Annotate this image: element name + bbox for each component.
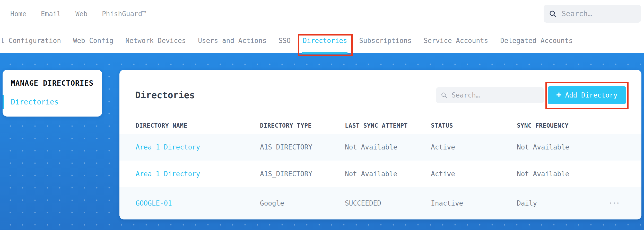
sync-frequency-cell: Daily bbox=[517, 199, 604, 207]
tab-email-configuration[interactable]: l Configuration bbox=[1, 28, 61, 53]
directory-name-link[interactable]: GOOGLE-01 bbox=[136, 199, 260, 207]
col-header-last-sync: LAST SYNC ATTEMPT bbox=[345, 122, 431, 129]
manage-directories-card: MANAGE DIRECTORIES Directories bbox=[3, 70, 102, 117]
active-item-indicator bbox=[3, 95, 4, 109]
last-sync-cell: SUCCEEDED bbox=[345, 199, 431, 207]
tab-network-devices[interactable]: Network Devices bbox=[125, 28, 186, 53]
last-sync-cell: Not Available bbox=[345, 143, 431, 151]
sidebar-item-label: Directories bbox=[11, 98, 58, 106]
workspace-background: MANAGE DIRECTORIES Directories Directori… bbox=[0, 53, 644, 230]
tab-delegated-accounts[interactable]: Delegated Accounts bbox=[500, 28, 573, 53]
col-header-status: STATUS bbox=[431, 122, 517, 129]
active-tab-underline bbox=[302, 52, 347, 54]
col-header-directory-type: DIRECTORY TYPE bbox=[260, 122, 345, 129]
panel-header-actions: + Add Directory bbox=[436, 86, 626, 104]
table-header-row: DIRECTORY NAME DIRECTORY TYPE LAST SYNC … bbox=[119, 117, 641, 134]
directory-type-cell: Google bbox=[260, 199, 345, 207]
nav-item-phishguard[interactable]: PhishGuard™ bbox=[102, 10, 146, 18]
directories-search-box[interactable] bbox=[436, 87, 544, 103]
status-cell: Inactive bbox=[431, 199, 517, 207]
directory-name-link[interactable]: Area 1 Directory bbox=[136, 170, 260, 178]
tab-web-config[interactable]: Web Config bbox=[73, 28, 114, 53]
directory-type-cell: A1S_DIRECTORY bbox=[260, 170, 345, 178]
col-header-sync-frequency: SYNC FREQUENCY bbox=[517, 122, 604, 129]
add-directory-wrap: + Add Directory bbox=[548, 86, 626, 104]
global-search-box[interactable] bbox=[544, 5, 641, 23]
tab-directories[interactable]: Directories bbox=[303, 28, 347, 53]
page-title: Directories bbox=[135, 90, 195, 100]
tab-users-and-actions[interactable]: Users and Actions bbox=[198, 28, 266, 53]
nav-item-home[interactable]: Home bbox=[10, 10, 27, 18]
nav-item-web[interactable]: Web bbox=[75, 10, 88, 18]
top-nav-items: Home Email Web PhishGuard™ bbox=[0, 10, 146, 18]
sidebar-title: MANAGE DIRECTORIES bbox=[11, 79, 94, 87]
directories-search-input[interactable] bbox=[452, 91, 539, 99]
search-icon bbox=[441, 91, 448, 99]
panel-header: Directories + Add Directory bbox=[119, 70, 641, 117]
top-navigation-bar: Home Email Web PhishGuard™ bbox=[0, 0, 644, 28]
nav-item-email[interactable]: Email bbox=[41, 10, 61, 18]
sync-frequency-cell: Not Available bbox=[517, 170, 604, 178]
settings-tab-bar: l Configuration Web Config Network Devic… bbox=[0, 28, 644, 53]
table-row: GOOGLE-01 Google SUCCEEDED Inactive Dail… bbox=[119, 187, 641, 219]
status-cell: Active bbox=[431, 143, 517, 151]
directories-panel: Directories + Add Directory bbox=[119, 70, 641, 219]
tab-directories-label: Directories bbox=[303, 37, 347, 45]
sync-frequency-cell: Not Available bbox=[517, 143, 604, 151]
tab-subscriptions[interactable]: Subscriptions bbox=[359, 28, 412, 53]
last-sync-cell: Not Available bbox=[345, 170, 431, 178]
row-actions-menu-icon[interactable]: ••• bbox=[609, 201, 620, 206]
tab-sso[interactable]: SSO bbox=[279, 28, 291, 53]
status-cell: Active bbox=[431, 170, 517, 178]
directory-name-link[interactable]: Area 1 Directory bbox=[136, 143, 260, 151]
table-row: Area 1 Directory A1S_DIRECTORY Not Avail… bbox=[119, 134, 641, 161]
app-window: Home Email Web PhishGuard™ l Configurati… bbox=[0, 0, 644, 230]
table-row: Area 1 Directory A1S_DIRECTORY Not Avail… bbox=[119, 161, 641, 187]
col-header-directory-name: DIRECTORY NAME bbox=[136, 122, 260, 129]
directory-type-cell: A1S_DIRECTORY bbox=[260, 143, 345, 151]
directories-table: DIRECTORY NAME DIRECTORY TYPE LAST SYNC … bbox=[119, 117, 641, 219]
sidebar-item-directories[interactable]: Directories bbox=[11, 98, 58, 106]
tab-service-accounts[interactable]: Service Accounts bbox=[424, 28, 488, 53]
global-search-input[interactable] bbox=[562, 10, 636, 18]
plus-icon: + bbox=[556, 90, 561, 99]
add-directory-button[interactable]: + Add Directory bbox=[548, 86, 626, 104]
add-directory-label: Add Directory bbox=[565, 91, 617, 99]
search-icon bbox=[549, 10, 557, 18]
